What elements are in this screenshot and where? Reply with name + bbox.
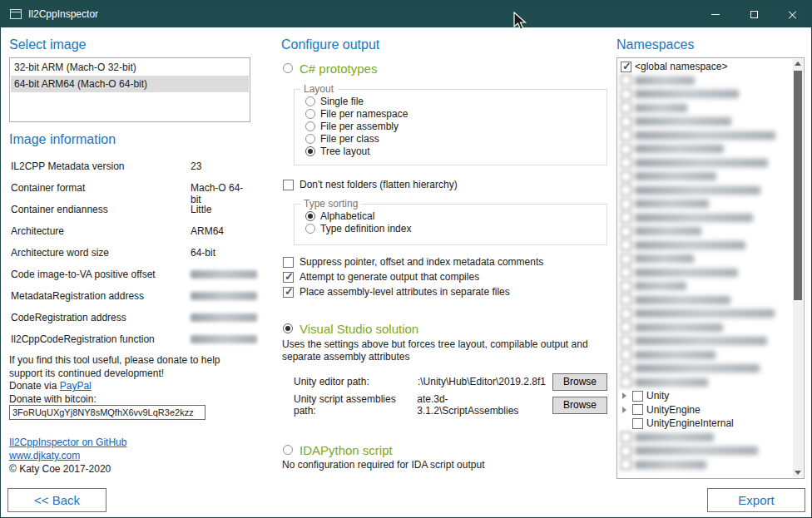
radio-icon[interactable] <box>305 134 315 144</box>
maximize-button[interactable] <box>735 1 773 27</box>
idapython-script-option[interactable]: IDAPython script <box>283 442 393 458</box>
namespace-row-redacted[interactable] <box>619 142 790 156</box>
namespace-checkbox[interactable] <box>621 281 631 292</box>
radio-icon[interactable] <box>305 211 315 221</box>
layout-option[interactable]: File per assembly <box>305 120 607 132</box>
namespace-row-redacted[interactable] <box>619 348 790 363</box>
namespace-checkbox[interactable] <box>621 322 631 333</box>
visual-studio-solution-option[interactable]: Visual Studio solution <box>283 320 418 337</box>
radio-icon[interactable] <box>305 224 315 234</box>
namespace-checkbox[interactable] <box>621 239 631 250</box>
radio-icon[interactable] <box>305 146 315 156</box>
github-link[interactable]: Il2CppInspector on GitHub <box>9 437 126 448</box>
output-option-checkbox-row[interactable]: Suppress pointer, offset and index metad… <box>283 254 543 269</box>
namespace-row-global[interactable]: <global namespace> <box>619 60 790 74</box>
browse-button[interactable]: Browse <box>552 373 607 391</box>
namespace-checkbox[interactable] <box>632 391 643 402</box>
radio-icon[interactable] <box>305 109 315 119</box>
namespace-row-redacted[interactable] <box>619 252 790 266</box>
layout-option[interactable]: Tree layout <box>305 145 607 157</box>
type-sorting-option[interactable]: Alphabetical <box>305 210 607 222</box>
namespace-row-redacted[interactable] <box>619 307 790 321</box>
namespace-row[interactable]: UnityEngineInternal <box>619 417 790 431</box>
namespace-checkbox[interactable] <box>621 377 631 387</box>
namespace-row-redacted[interactable] <box>619 129 790 143</box>
radio-icon[interactable] <box>283 63 293 73</box>
namespace-row-redacted[interactable] <box>619 376 790 390</box>
checkbox-icon[interactable] <box>283 180 294 190</box>
namespace-checkbox[interactable] <box>621 212 631 223</box>
path-field-value[interactable]: ate.3d-3.1.2\ScriptAssemblies <box>417 393 546 417</box>
namespace-row-redacted[interactable] <box>619 74 790 88</box>
namespace-checkbox[interactable] <box>621 432 631 442</box>
scrollbar-thumb[interactable] <box>794 71 802 300</box>
namespace-row-redacted[interactable] <box>619 101 790 116</box>
namespace-checkbox[interactable] <box>621 102 631 113</box>
radio-icon[interactable] <box>305 96 315 106</box>
namespace-row[interactable]: Unity <box>619 389 790 403</box>
namespace-row-redacted[interactable] <box>619 444 790 458</box>
namespace-row-redacted[interactable] <box>619 321 790 335</box>
layout-option[interactable]: File per namespace <box>305 107 607 120</box>
namespace-checkbox[interactable] <box>621 336 631 347</box>
namespace-checkbox[interactable] <box>621 349 631 360</box>
back-button[interactable]: << Back <box>7 488 106 512</box>
image-list-item[interactable]: 32-bit ARM (Mach-O 32-bit) <box>11 59 249 76</box>
radio-icon[interactable] <box>305 121 315 131</box>
checkbox-icon[interactable] <box>283 272 294 283</box>
namespace-row[interactable]: UnityEngine <box>619 403 790 417</box>
namespace-checkbox[interactable] <box>632 404 643 415</box>
namespace-row-redacted[interactable] <box>619 170 790 184</box>
scroll-down-icon[interactable] <box>793 467 803 477</box>
checkbox-icon[interactable] <box>283 257 294 268</box>
scrollbar[interactable] <box>793 59 803 477</box>
image-list-item[interactable]: 64-bit ARM64 (Mach-O 64-bit) <box>11 76 249 92</box>
layout-option[interactable]: File per class <box>305 132 607 145</box>
namespace-row-redacted[interactable] <box>619 87 790 101</box>
namespace-row-redacted[interactable] <box>619 266 790 280</box>
csharp-prototypes-option[interactable]: C# prototypes <box>283 60 377 76</box>
namespace-row-redacted[interactable] <box>619 211 790 225</box>
namespace-checkbox[interactable] <box>621 308 631 319</box>
namespace-checkbox[interactable] <box>621 116 631 127</box>
checkbox-icon[interactable] <box>283 287 294 298</box>
radio-icon[interactable] <box>283 445 293 455</box>
namespace-row-redacted[interactable] <box>619 156 790 170</box>
namespace-checkbox[interactable] <box>621 157 631 168</box>
layout-option[interactable]: Single file <box>305 95 607 107</box>
bitcoin-address-input[interactable] <box>9 405 205 420</box>
namespace-checkbox[interactable] <box>632 418 643 429</box>
website-link[interactable]: www.djkaty.com <box>9 450 80 461</box>
namespace-row-redacted[interactable] <box>619 115 790 129</box>
namespace-checkbox[interactable] <box>621 89 631 100</box>
output-option-checkbox-row[interactable]: Place assembly-level attributes in separ… <box>283 284 543 299</box>
flatten-hierarchy-checkbox-row[interactable]: Don't nest folders (flatten hierarchy) <box>283 178 458 191</box>
close-button[interactable] <box>773 1 811 27</box>
namespace-checkbox[interactable] <box>621 130 631 141</box>
export-button[interactable]: Export <box>707 488 805 512</box>
scroll-up-icon[interactable] <box>793 59 803 69</box>
namespace-row-redacted[interactable] <box>619 294 790 308</box>
namespaces-list[interactable]: <global namespace> Unity UnityEngine <box>616 57 805 479</box>
minimize-button[interactable] <box>696 1 735 27</box>
namespace-row-redacted[interactable] <box>619 431 790 445</box>
paypal-link[interactable]: PayPal <box>60 380 92 392</box>
namespace-row-redacted[interactable] <box>619 224 790 239</box>
namespace-row-redacted[interactable] <box>619 184 790 198</box>
browse-button[interactable]: Browse <box>552 397 607 414</box>
namespace-checkbox[interactable] <box>621 75 631 86</box>
radio-icon[interactable] <box>283 323 293 333</box>
namespace-checkbox[interactable] <box>621 226 631 237</box>
namespace-checkbox[interactable] <box>621 459 631 470</box>
namespace-row-redacted[interactable] <box>619 197 790 211</box>
namespace-checkbox[interactable] <box>621 171 631 182</box>
type-sorting-option[interactable]: Type definition index <box>305 222 607 234</box>
namespace-checkbox[interactable] <box>621 267 631 278</box>
titlebar[interactable]: Il2CppInspector <box>1 1 811 27</box>
expander-icon[interactable] <box>621 406 629 414</box>
expander-icon[interactable] <box>621 392 629 400</box>
namespace-checkbox[interactable] <box>621 185 631 195</box>
namespace-checkbox[interactable] <box>621 446 631 456</box>
namespace-row-redacted[interactable] <box>619 239 790 253</box>
image-list[interactable]: 32-bit ARM (Mach-O 32-bit) 64-bit ARM64 … <box>9 57 250 122</box>
